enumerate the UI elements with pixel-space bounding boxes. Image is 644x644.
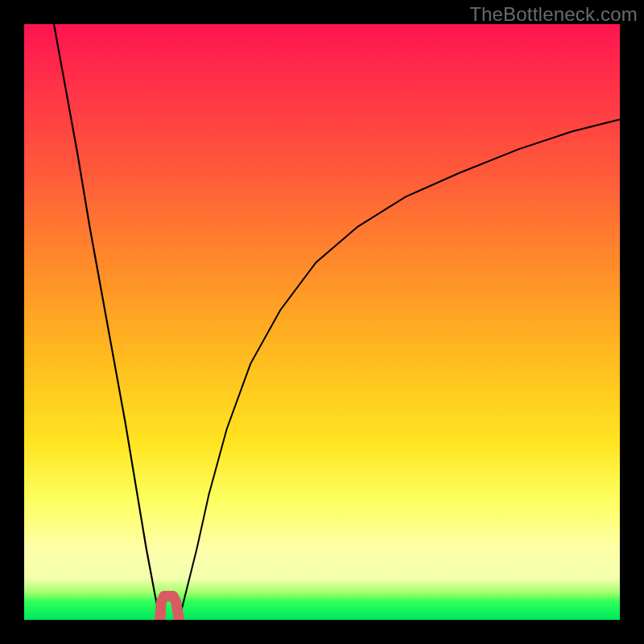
chart-plot-area [24, 24, 620, 620]
notch-marker-path [160, 596, 180, 620]
chart-frame: TheBottleneck.com [0, 0, 644, 644]
left-curve-path [54, 24, 160, 620]
chart-curves [24, 24, 620, 620]
right-curve-path [179, 119, 620, 620]
watermark-text: TheBottleneck.com [469, 3, 638, 26]
